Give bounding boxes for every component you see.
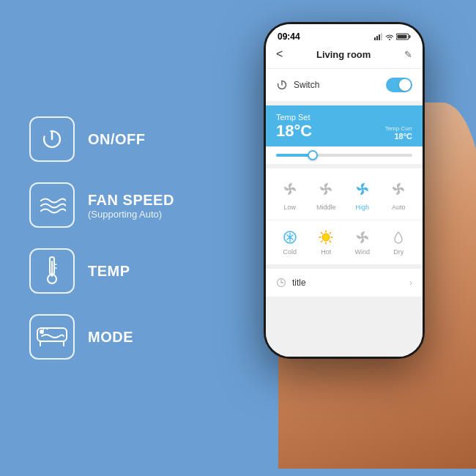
switch-label: Switch <box>276 79 319 91</box>
mode-cold[interactable]: Cold <box>282 229 298 256</box>
temp-set-row: Temp Set 18°C Temp Curr 18°C <box>266 105 423 146</box>
title-row-left: title <box>276 278 306 288</box>
svg-rect-15 <box>398 35 407 39</box>
temp-slider-row <box>266 146 423 164</box>
features-list: ON/OFF FAN SPEED (Supporting Auto) <box>0 87 174 389</box>
back-button[interactable]: < <box>276 48 283 61</box>
switch-toggle[interactable] <box>386 78 412 92</box>
svg-rect-10 <box>376 36 378 40</box>
temp-slider-thumb <box>308 150 318 160</box>
temp-section: Temp Set 18°C Temp Curr 18°C <box>266 105 423 164</box>
edit-button[interactable]: ✎ <box>404 49 412 60</box>
room-title: Living room <box>316 49 371 60</box>
svg-rect-11 <box>379 34 380 40</box>
feature-fanspeed-title: FAN SPEED <box>88 191 174 209</box>
feature-temp-text: TEMP <box>88 262 130 280</box>
svg-point-22 <box>397 187 400 190</box>
svg-point-20 <box>324 187 327 190</box>
temp-current-info: Temp Curr 18°C <box>385 125 412 141</box>
svg-point-19 <box>289 187 291 190</box>
onoff-icon-box <box>29 116 75 162</box>
mode-wind[interactable]: Wind <box>354 229 371 256</box>
phone-device: 09:44 <box>264 22 425 359</box>
feature-mode-title: MODE <box>88 328 133 346</box>
thermometer-icon <box>42 256 62 286</box>
mode-hot[interactable]: Hot <box>318 229 334 256</box>
mode-dry[interactable]: Dry <box>390 229 406 256</box>
fan-speed-grid: Low Middle <box>266 168 423 220</box>
speed-high-label: High <box>355 204 369 211</box>
svg-rect-12 <box>381 33 382 40</box>
power-small-icon <box>276 79 288 91</box>
wifi-icon <box>385 34 394 40</box>
svg-point-13 <box>389 39 390 40</box>
status-time: 09:44 <box>278 31 300 42</box>
svg-line-31 <box>330 233 331 234</box>
fan-auto-icon <box>390 181 406 197</box>
feature-onoff-title: ON/OFF <box>88 130 146 148</box>
fan-low-icon <box>282 181 298 197</box>
status-bar: 09:44 <box>266 24 423 45</box>
title-row-text: title <box>292 278 306 288</box>
speed-auto[interactable]: Auto <box>387 177 410 211</box>
mode-wind-label: Wind <box>354 248 370 256</box>
svg-rect-9 <box>374 37 376 40</box>
feature-onoff: ON/OFF <box>29 116 174 162</box>
waves-icon <box>38 193 66 217</box>
mode-grid: Cold <box>266 220 423 264</box>
title-row-chevron: › <box>409 278 412 288</box>
mode-wind-icon <box>354 229 371 245</box>
speed-high-icon <box>351 177 374 201</box>
mode-dry-label: Dry <box>393 248 404 256</box>
fanspeed-icon-box <box>29 182 75 228</box>
svg-point-24 <box>322 234 330 241</box>
speed-low[interactable]: Low <box>278 177 302 211</box>
mode-cold-icon <box>282 229 298 245</box>
temp-slider-fill <box>276 154 310 157</box>
mode-dry-icon <box>390 229 406 245</box>
fan-middle-icon <box>318 181 334 197</box>
speed-high[interactable]: High <box>351 177 374 211</box>
mode-hot-icon <box>318 229 334 245</box>
svg-line-29 <box>321 233 323 234</box>
feature-fanspeed-text: FAN SPEED (Supporting Auto) <box>88 191 174 220</box>
switch-text: Switch <box>294 80 319 90</box>
feature-mode: MODE <box>29 314 174 360</box>
feature-temp-title: TEMP <box>88 262 130 280</box>
feature-onoff-text: ON/OFF <box>88 130 146 148</box>
power-icon <box>40 127 64 152</box>
phone-screen: 09:44 <box>266 24 423 357</box>
app-content: Switch Temp Set 18°C Temp Curr <box>266 69 423 357</box>
temp-slider-track[interactable] <box>276 154 412 157</box>
switch-row: Switch <box>266 69 423 101</box>
ac-icon <box>36 324 68 350</box>
feature-mode-text: MODE <box>88 328 133 346</box>
svg-line-32 <box>321 241 323 242</box>
status-icons <box>374 33 411 40</box>
speed-auto-icon <box>387 177 410 201</box>
temp-set-label: Temp Set <box>276 113 312 122</box>
mode-cold-label: Cold <box>283 248 297 256</box>
speed-low-icon <box>278 177 302 201</box>
speed-middle[interactable]: Middle <box>314 177 338 211</box>
feature-fanspeed: FAN SPEED (Supporting Auto) <box>29 182 174 228</box>
switch-section: Switch <box>266 69 423 101</box>
speed-low-label: Low <box>283 204 296 211</box>
timer-icon <box>276 278 286 288</box>
svg-point-21 <box>361 187 364 190</box>
temp-set-info: Temp Set 18°C <box>276 113 312 141</box>
speed-middle-label: Middle <box>316 204 336 211</box>
svg-line-30 <box>330 241 331 242</box>
svg-rect-16 <box>409 35 411 38</box>
svg-point-8 <box>40 330 43 333</box>
temp-curr-label: Temp Curr <box>385 125 412 132</box>
temp-icon-box <box>29 248 75 294</box>
temp-curr-value: 18°C <box>385 132 412 141</box>
mode-hot-label: Hot <box>321 248 331 256</box>
battery-icon <box>396 33 411 40</box>
speed-auto-label: Auto <box>392 204 406 211</box>
feature-temp: TEMP <box>29 248 174 294</box>
feature-fanspeed-subtitle: (Supporting Auto) <box>88 209 174 220</box>
svg-point-33 <box>361 236 364 239</box>
title-row[interactable]: title › <box>266 269 423 297</box>
